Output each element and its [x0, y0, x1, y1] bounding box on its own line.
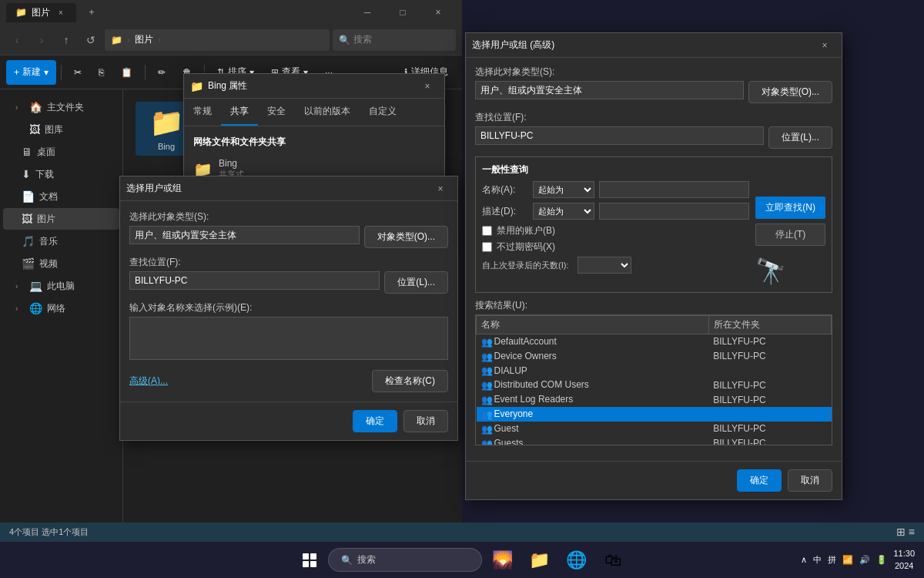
binoculars-icon: 🔭 [755, 257, 786, 285]
taskbar-app-landscape[interactable]: 🌄 [485, 545, 519, 576]
address-bar[interactable]: 📁 › 图片 › [105, 29, 330, 51]
taskbar-app-explorer[interactable]: 📁 [522, 545, 556, 576]
adv-location-btn[interactable]: 位置(L)... [768, 126, 832, 149]
paste-btn[interactable]: 📋 [113, 60, 140, 85]
refresh-btn[interactable]: ↺ [80, 29, 102, 51]
battery-icon[interactable]: 🔋 [876, 555, 887, 565]
tab-close-btn[interactable]: × [55, 6, 67, 18]
stop-btn[interactable]: 停止(T) [755, 223, 825, 246]
sidebar-item-home[interactable]: › 🏠 主文件夹 [3, 96, 119, 118]
object-name-textarea[interactable] [129, 317, 448, 360]
edge-icon: 🌐 [566, 550, 587, 570]
disabled-accounts-row: 禁用的账户(B) [482, 224, 749, 237]
select-user-small-ok-btn[interactable]: 确定 [353, 410, 397, 432]
minimize-btn[interactable]: ─ [350, 0, 385, 25]
tray-expand-icon[interactable]: ∧ [801, 555, 807, 565]
back-btn[interactable]: ‹ [6, 29, 28, 51]
home-icon: 🏠 [29, 101, 42, 113]
up-btn[interactable]: ↑ [55, 29, 77, 51]
maximize-btn[interactable]: □ [385, 0, 420, 25]
start-btn[interactable] [294, 545, 325, 576]
result-row[interactable]: 👥DefaultAccountBILLYFU-PC [477, 334, 832, 349]
sidebar-item-downloads[interactable]: ⬇ 下载 [3, 163, 119, 185]
location-row: 查找位置(F): BILLYFU-PC 位置(L)... [129, 256, 448, 294]
sidebar-item-gallery[interactable]: 🖼 图库 [3, 119, 119, 140]
cut-btn[interactable]: ✂ [66, 60, 89, 85]
bing-dialog-title: Bing 属性 [208, 79, 417, 92]
result-row[interactable]: 👥Distributed COM UsersBILLYFU-PC [477, 378, 832, 392]
name-query-input[interactable] [599, 181, 749, 198]
adv-ok-btn[interactable]: 确定 [737, 469, 782, 492]
taskbar-search[interactable]: 🔍 搜索 [328, 548, 482, 572]
sidebar-label-home: 主文件夹 [47, 101, 84, 114]
wifi-icon[interactable]: 📶 [842, 555, 853, 565]
volume-icon[interactable]: 🔊 [859, 555, 870, 565]
result-row[interactable]: 👥Everyone [477, 407, 832, 422]
desc-query-select[interactable]: 起始为 [533, 203, 594, 220]
adv-dialog-buttons: 确定 取消 [466, 461, 842, 499]
days-row: 自上次登录后的天数(I): [482, 257, 749, 274]
clock[interactable]: 11:30 2024 [893, 548, 915, 572]
explorer-icon: 📁 [529, 550, 550, 570]
tab-custom[interactable]: 自定义 [360, 99, 406, 126]
search-icon: 🔍 [339, 35, 350, 45]
forward-btn[interactable]: › [31, 29, 52, 51]
no-expire-checkbox[interactable] [482, 242, 492, 252]
taskbar-app-edge[interactable]: 🌐 [559, 545, 593, 576]
find-now-btn[interactable]: 立即查找(N) [755, 197, 825, 219]
adv-object-type-btn[interactable]: 对象类型(O)... [748, 81, 832, 103]
group-icon: 👥 [481, 365, 492, 376]
adv-dialog-titlebar: 选择用户或组 (高级) × [466, 33, 842, 58]
sidebar-item-music[interactable]: 🎵 音乐 [3, 230, 119, 252]
rename-btn[interactable]: ✏ [150, 60, 173, 85]
window-controls: ─ □ × [350, 0, 456, 25]
new-tab-btn[interactable]: + [82, 3, 101, 22]
view-icons-right[interactable]: ⊞ ≡ [896, 526, 915, 538]
taskbar-app-store[interactable]: 🛍 [596, 545, 630, 576]
select-user-small-close[interactable]: × [430, 178, 451, 200]
advanced-link[interactable]: 高级(A)... [129, 375, 168, 388]
object-type-btn[interactable]: 对象类型(O)... [364, 226, 448, 248]
results-scrollable[interactable]: 名称 所在文件夹 👥DefaultAccountBILLYFU-PC👥Devic… [475, 314, 832, 445]
result-row[interactable]: 👥Device OwnersBILLYFU-PC [477, 349, 832, 364]
days-select[interactable] [578, 257, 631, 274]
result-row[interactable]: 👥GuestsBILLYFU-PC [477, 436, 832, 445]
new-btn[interactable]: + 新建 ▾ [6, 60, 56, 85]
sidebar-item-pictures[interactable]: 🖼 图片 [3, 208, 119, 230]
bing-dialog-close[interactable]: × [417, 76, 438, 97]
explorer-tab-pictures[interactable]: 📁 图片 × [6, 3, 76, 22]
tab-general[interactable]: 常规 [184, 99, 221, 126]
copy-btn[interactable]: ⎘ [91, 60, 112, 85]
sidebar-item-videos[interactable]: 🎬 视频 [3, 253, 119, 274]
location-btn[interactable]: 位置(L)... [384, 271, 448, 294]
lang1-indicator[interactable]: 中 [813, 554, 822, 566]
disabled-accounts-checkbox[interactable] [482, 226, 492, 236]
sidebar-item-network[interactable]: › 🌐 网络 [3, 297, 119, 319]
status-text: 4个项目 选中1个项目 [9, 526, 89, 538]
col-name-header: 名称 [477, 316, 709, 334]
sidebar-item-documents[interactable]: 📄 文档 [3, 186, 119, 207]
tab-previous[interactable]: 以前的版本 [295, 99, 360, 126]
find-stop-buttons: 立即查找(N) 停止(T) 🔭 [755, 181, 825, 286]
name-query-select[interactable]: 起始为 [533, 181, 594, 198]
result-row[interactable]: 👥GuestBILLYFU-PC [477, 422, 832, 436]
sidebar-item-desktop[interactable]: 🖥 桌面 [3, 141, 119, 163]
adv-dialog-close[interactable]: × [814, 35, 835, 56]
tab-share[interactable]: 共享 [221, 99, 258, 126]
lang2-indicator[interactable]: 拼 [828, 554, 836, 566]
sidebar-label-downloads: 下载 [35, 168, 54, 181]
sidebar-item-thispc[interactable]: › 💻 此电脑 [3, 275, 119, 297]
tab-security[interactable]: 安全 [258, 99, 295, 126]
select-user-small-cancel-btn[interactable]: 取消 [403, 410, 448, 432]
desc-query-input[interactable] [599, 203, 749, 220]
result-row[interactable]: 👥DIALUP [477, 364, 832, 378]
close-btn[interactable]: × [420, 0, 456, 25]
result-row[interactable]: 👥Event Log ReadersBILLYFU-PC [477, 392, 832, 407]
explorer-search-box[interactable]: 🔍 搜索 [333, 29, 456, 51]
new-label: 新建 [22, 66, 41, 79]
adv-object-type-input: 用户、组或内置安全主体 [475, 81, 744, 99]
check-names-btn[interactable]: 检查名称(C) [372, 370, 448, 392]
adv-cancel-btn[interactable]: 取消 [788, 469, 832, 492]
address-text: 图片 [135, 33, 153, 46]
file-name-bing: Bing [158, 142, 175, 151]
